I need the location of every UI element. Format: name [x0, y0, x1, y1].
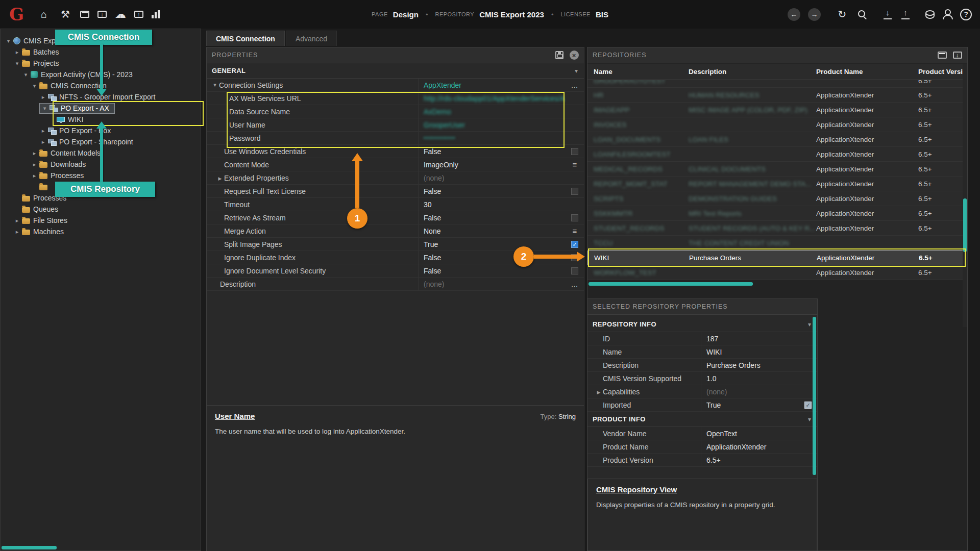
caret-icon[interactable] — [13, 60, 21, 67]
caret-icon[interactable] — [5, 38, 12, 44]
tree-item-po-export-ax[interactable]: PO Export - AX — [1, 103, 201, 114]
licensee-value[interactable]: BIS — [596, 10, 608, 19]
stats-chart-icon[interactable] — [152, 10, 160, 18]
table-row[interactable]: HR HUMAN RESOURCES ApplicationXtender 6.… — [587, 88, 963, 103]
selected-repository-scrollbar[interactable] — [813, 317, 816, 475]
prop-value[interactable]: ImageOnly — [418, 158, 566, 171]
caret-icon[interactable] — [31, 161, 38, 168]
repository-value[interactable]: CMIS Export 2023 — [479, 10, 544, 19]
caret-icon[interactable] — [31, 83, 38, 89]
tab-advanced[interactable]: Advanced — [286, 31, 337, 46]
prop-row-capabilities[interactable]: Capabilities (none) — [587, 385, 817, 398]
user-account-icon[interactable] — [942, 9, 952, 19]
page-value[interactable]: Design — [393, 10, 419, 19]
table-row[interactable]: LOAN_DOCUMENTS LOAN FILES ApplicationXte… — [587, 132, 963, 147]
prop-value[interactable]: AppXtender — [418, 79, 566, 91]
caret-icon[interactable] — [13, 49, 21, 56]
archive-box-icon[interactable] — [80, 11, 89, 18]
table-row[interactable]: GROOPERAUTOTEST 6.5+ — [587, 80, 963, 88]
prop-value[interactable]: False — [418, 251, 566, 264]
save-icon[interactable] — [555, 51, 564, 59]
delete-icon[interactable]: × — [570, 51, 579, 60]
caret-icon[interactable] — [22, 71, 30, 78]
prop-row-request-full-text-license[interactable]: Request Full Text License False — [207, 185, 584, 198]
group-general[interactable]: GENERAL ▾ — [207, 63, 584, 79]
table-row[interactable]: LOANFILESROOMTEST ApplicationXtender 6.5… — [587, 147, 963, 162]
prop-row-retrieve-as-stream[interactable]: Retrieve As Stream False — [207, 211, 584, 224]
caret-icon[interactable] — [31, 150, 38, 157]
checkbox-checked[interactable] — [804, 402, 812, 409]
tree-item-export-activity[interactable]: Export Activity (CMIS) - 2023 — [1, 69, 201, 80]
prop-value[interactable]: False — [418, 211, 566, 224]
prop-row-extended-properties[interactable]: Extended Properties (none) — [207, 171, 584, 185]
tree-item-processes-inner[interactable]: Processes — [1, 170, 201, 181]
caret-icon[interactable] — [211, 82, 219, 88]
prop-row-vendor-name[interactable]: Vendor Name OpenText — [587, 427, 817, 440]
table-row[interactable]: INVOICES ApplicationXtender 6.5+ — [587, 117, 963, 132]
tree-item-processes[interactable]: Processes — [1, 192, 201, 204]
archive-repos-icon[interactable] — [938, 52, 947, 59]
caret-icon[interactable] — [216, 175, 224, 181]
prop-row-timeout[interactable]: Timeout 30 — [207, 198, 584, 211]
tree-item-downloads[interactable]: Downloads — [1, 159, 201, 170]
cloud-upload-icon[interactable]: ☁ — [115, 9, 126, 19]
scrollbar-thumb[interactable] — [963, 198, 967, 252]
caret-icon[interactable] — [39, 139, 47, 145]
tab-cmis-connection[interactable]: CMIS Connection — [206, 31, 285, 46]
chevron-down-icon[interactable]: ▾ — [808, 416, 811, 423]
checkbox-unchecked[interactable] — [571, 267, 578, 274]
caret-icon[interactable] — [41, 105, 48, 112]
prop-row-merge-action[interactable]: Merge Action None ≡ — [207, 224, 584, 238]
prop-value[interactable]: http://rds-cloudapp01/AppXtenderServices… — [424, 94, 566, 103]
back-icon[interactable]: ← — [788, 8, 800, 21]
prop-row-content-mode[interactable]: Content Mode ImageOnly ≡ — [207, 158, 584, 171]
group-repository-info[interactable]: REPOSITORY INFO ▾ — [587, 317, 817, 332]
export-box-icon[interactable] — [134, 11, 143, 18]
prop-value[interactable]: True — [418, 238, 566, 251]
dropdown-menu-icon[interactable]: ≡ — [573, 160, 577, 169]
tree-item-cmis-export-root[interactable]: CMIS Export 2023 — [1, 35, 201, 46]
prop-value[interactable]: False — [418, 145, 566, 158]
prop-row-ignore-document-level-security[interactable]: Ignore Document Level Security False — [207, 264, 584, 278]
database-icon[interactable] — [925, 10, 935, 19]
help-icon[interactable]: ? — [960, 9, 972, 20]
refresh-icon[interactable]: ↻ — [836, 8, 849, 20]
prop-row-description[interactable]: Description (none) … — [207, 278, 584, 291]
tree-item-hidden-folder[interactable] — [1, 181, 201, 192]
table-row[interactable]: WORKFLOW_TEST ApplicationXtender 6.5+ — [587, 265, 963, 280]
chevron-down-icon[interactable]: ▾ — [575, 67, 578, 74]
column-header-description[interactable]: Description — [689, 68, 816, 76]
prop-value[interactable]: False — [418, 264, 566, 277]
table-row[interactable]: STUDENT_RECORDS STUDENT RECORDS (AUTO & … — [587, 221, 963, 236]
tree-item-projects[interactable]: Projects — [1, 58, 201, 69]
tree-item-queues[interactable]: Queues — [1, 204, 201, 215]
prop-value[interactable]: False — [418, 185, 566, 197]
dropdown-menu-icon[interactable]: ≡ — [573, 227, 577, 235]
table-row[interactable]: SSKKMMTR MRI Test Reports ApplicationXte… — [587, 206, 963, 221]
prop-value[interactable]: AxDemo — [424, 108, 451, 116]
prop-value[interactable]: 30 — [418, 198, 566, 211]
prop-value[interactable]: •••••••••••• — [424, 135, 455, 142]
table-row[interactable]: MEDICAL_RECORDS CLINICAL DOCUMENTS Appli… — [587, 162, 963, 177]
prop-row-connection-settings[interactable]: Connection Settings AppXtender … — [207, 79, 584, 92]
prop-row-split-image-pages[interactable]: Split Image Pages True — [207, 238, 584, 251]
checkbox-unchecked[interactable] — [571, 214, 578, 221]
caret-icon[interactable] — [13, 217, 21, 224]
caret-icon[interactable] — [39, 128, 47, 134]
prop-row-ignore-duplicate-index[interactable]: Ignore Duplicate Index False — [207, 251, 584, 264]
prop-row-description[interactable]: Description Purchase Orders — [587, 359, 817, 372]
prop-value[interactable]: (none) — [418, 278, 566, 290]
prop-row-use-windows-credentials[interactable]: Use Windows Credentials False — [207, 145, 584, 158]
caret-icon[interactable] — [595, 389, 603, 395]
prop-value[interactable]: (none) — [418, 171, 566, 184]
table-row[interactable]: TCCU THE CONTENT CREDIT UNION — [587, 236, 963, 251]
import-box-icon[interactable] — [97, 11, 107, 18]
column-header-product-name[interactable]: Product Name — [816, 68, 918, 76]
checkbox-unchecked[interactable] — [571, 148, 578, 155]
checkbox-unchecked[interactable] — [571, 188, 578, 195]
search-icon[interactable] — [856, 9, 868, 20]
prop-row-data-source-name[interactable]: Data Source Name AxDemo — [207, 105, 584, 118]
caret-icon[interactable] — [39, 94, 47, 101]
prop-row-product-version[interactable]: Product Version 6.5+ — [587, 454, 817, 467]
repositories-horizontal-scrollbar[interactable] — [589, 282, 753, 286]
